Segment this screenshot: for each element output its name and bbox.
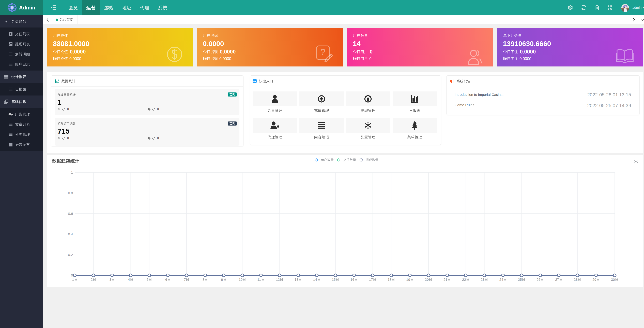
svg-text:12: 12 bbox=[276, 278, 280, 281]
svg-text:1: 1 bbox=[72, 278, 74, 281]
svg-text:7: 7 bbox=[184, 278, 186, 281]
svg-text:22: 22 bbox=[462, 278, 466, 281]
svg-text:9: 9 bbox=[221, 278, 223, 281]
svg-text:10: 10 bbox=[239, 278, 243, 281]
svg-text:18: 18 bbox=[388, 278, 392, 281]
svg-text:8: 8 bbox=[202, 278, 204, 281]
svg-text:3: 3 bbox=[109, 278, 111, 281]
svg-text:20: 20 bbox=[425, 278, 429, 281]
svg-text:21: 21 bbox=[444, 278, 447, 281]
svg-text:5: 5 bbox=[146, 278, 148, 281]
svg-text:27: 27 bbox=[555, 278, 559, 281]
svg-text:0.2: 0.2 bbox=[68, 253, 73, 257]
svg-text:26: 26 bbox=[536, 278, 540, 281]
svg-text:0.6: 0.6 bbox=[68, 212, 73, 216]
svg-text:0.8: 0.8 bbox=[68, 191, 73, 195]
svg-text:23: 23 bbox=[481, 278, 484, 281]
svg-text:0.4: 0.4 bbox=[68, 232, 73, 236]
svg-text:0: 0 bbox=[71, 273, 73, 277]
svg-text:14: 14 bbox=[313, 278, 317, 281]
svg-text:13: 13 bbox=[294, 278, 298, 281]
svg-text:30: 30 bbox=[611, 278, 615, 281]
svg-text:17: 17 bbox=[369, 278, 373, 281]
svg-text:2: 2 bbox=[91, 278, 93, 281]
svg-text:24: 24 bbox=[500, 278, 503, 281]
svg-text:1: 1 bbox=[71, 171, 73, 174]
svg-text:19: 19 bbox=[406, 278, 410, 281]
svg-text:15: 15 bbox=[332, 278, 336, 281]
svg-text:28: 28 bbox=[574, 278, 578, 281]
svg-text:4: 4 bbox=[128, 278, 130, 281]
svg-text:16: 16 bbox=[350, 278, 354, 281]
svg-text:25: 25 bbox=[518, 278, 522, 281]
svg-text:11: 11 bbox=[257, 278, 261, 281]
svg-text:6: 6 bbox=[165, 278, 167, 281]
svg-text:29: 29 bbox=[592, 278, 596, 281]
